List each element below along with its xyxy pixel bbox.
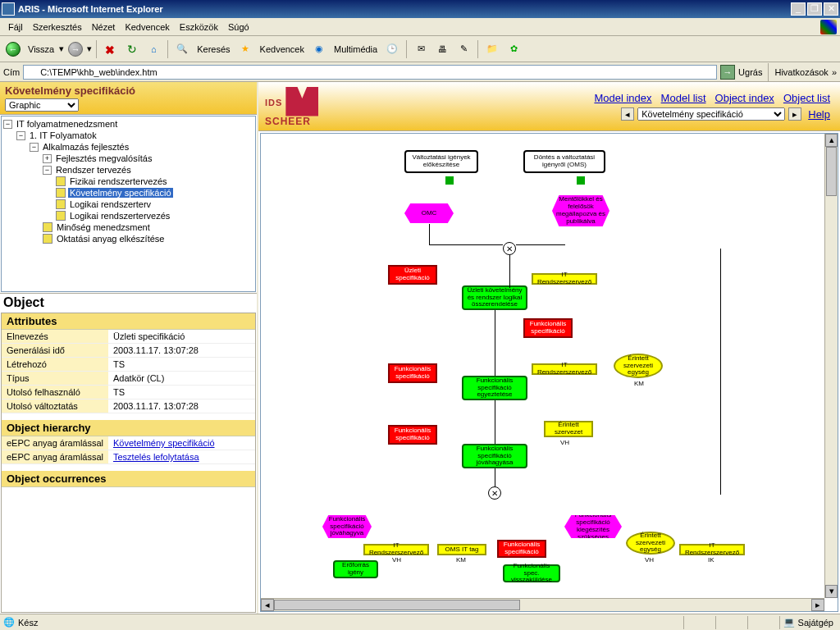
- horizontal-scrollbar[interactable]: ◂ ▸: [261, 598, 824, 611]
- icq-button[interactable]: ✿: [504, 39, 523, 59]
- org-node[interactable]: Érintett szervezeti egység: [614, 354, 663, 378]
- collapse-icon[interactable]: −: [3, 120, 12, 129]
- tree-leaf-selected[interactable]: Követelmény specifikáció: [68, 188, 173, 198]
- function-node[interactable]: Erőforrás igény: [333, 560, 378, 578]
- org-node[interactable]: Érintett szervezeti egység: [626, 532, 675, 555]
- epc-diagram[interactable]: Változtatási igények előkészítése Döntés…: [261, 134, 824, 598]
- tree-leaf[interactable]: Logikai rendszertervezés: [68, 211, 171, 221]
- folder-button[interactable]: 📁: [482, 39, 502, 59]
- scroll-thumb[interactable]: [826, 147, 837, 196]
- close-button[interactable]: ✕: [824, 2, 838, 16]
- model-select[interactable]: Követelmény specifikáció: [637, 107, 785, 121]
- scroll-up-icon[interactable]: ▴: [825, 134, 838, 147]
- search-button[interactable]: 🔍: [172, 39, 192, 59]
- function-node[interactable]: Funkcionális spec. visszaküldése: [503, 564, 560, 582]
- print-button[interactable]: 🖶: [432, 39, 452, 59]
- media-button[interactable]: ◉: [309, 39, 329, 59]
- links-chevron-icon[interactable]: »: [832, 67, 837, 77]
- history-button[interactable]: 🕒: [382, 39, 402, 59]
- scroll-right-icon[interactable]: ▸: [811, 599, 824, 611]
- link-help[interactable]: Help: [808, 108, 830, 121]
- collapse-icon[interactable]: −: [43, 166, 52, 175]
- data-node[interactable]: Üzleti specifikáció: [388, 265, 437, 285]
- mail-button[interactable]: ✉: [411, 39, 431, 59]
- link-model-index[interactable]: Model index: [594, 92, 651, 104]
- link-model-list[interactable]: Model list: [661, 92, 706, 104]
- menu-edit[interactable]: Szerkesztés: [28, 21, 87, 34]
- xor-connector[interactable]: ✕: [488, 486, 501, 500]
- event-node[interactable]: OMC: [404, 203, 454, 223]
- favorites-label[interactable]: Kedvencek: [257, 44, 308, 54]
- event-node[interactable]: Mentőlökkel és felelősök megállapozva és…: [552, 195, 609, 226]
- menu-view[interactable]: Nézet: [87, 21, 121, 34]
- nav-next-button[interactable]: ▸: [788, 107, 801, 121]
- vertical-scrollbar[interactable]: ▴ ▾: [824, 134, 838, 598]
- tree-node[interactable]: Fejlesztés megvalósítás: [54, 153, 153, 163]
- data-node[interactable]: Funkcionális specifikáció: [388, 425, 437, 445]
- stop-button[interactable]: ✖: [101, 39, 121, 59]
- view-select[interactable]: Graphic: [5, 98, 79, 112]
- nav-prev-button[interactable]: ◂: [621, 107, 634, 121]
- tree-leaf[interactable]: Oktatási anyag elkészítése: [55, 234, 166, 244]
- edit-button[interactable]: ✎: [454, 39, 473, 59]
- main-content: Követelmény specifikáció Graphic −IT fol…: [0, 82, 840, 614]
- hier-link[interactable]: Tesztelés lefolytatása: [113, 452, 199, 462]
- data-node[interactable]: Funkcionális specifikáció: [497, 540, 546, 558]
- back-label[interactable]: Vissza: [25, 44, 57, 54]
- home-button[interactable]: ⌂: [144, 39, 163, 59]
- go-label[interactable]: Ugrás: [738, 67, 762, 77]
- scroll-down-icon[interactable]: ▾: [825, 585, 838, 598]
- collapse-icon[interactable]: −: [30, 143, 39, 152]
- menu-favorites[interactable]: Kedvencek: [120, 21, 174, 34]
- forward-dropdown-icon[interactable]: ▾: [87, 43, 92, 54]
- event-node[interactable]: Funkcionális specifikáció kiegészítés sz…: [564, 515, 622, 538]
- tree-node[interactable]: Alkalmazás fejlesztés: [41, 142, 130, 152]
- back-button[interactable]: ←: [3, 39, 23, 59]
- search-label[interactable]: Keresés: [194, 44, 233, 54]
- tree-leaf[interactable]: Minőség menedzsment: [55, 222, 152, 232]
- function-node[interactable]: Funkcionális specifikáció egyeztetése: [462, 376, 527, 400]
- favorites-button[interactable]: ★: [235, 39, 255, 59]
- tree-leaf[interactable]: Fizikai rendszertervezés: [68, 176, 169, 186]
- role-node[interactable]: Érintett szervezet: [544, 421, 593, 437]
- maximize-button[interactable]: ❐: [807, 2, 822, 16]
- forward-button[interactable]: →: [66, 39, 85, 59]
- model-tree[interactable]: −IT folyamatmenedzsment −1. IT Folyamato…: [1, 116, 256, 292]
- logo: IDS SCHEER: [265, 87, 318, 126]
- collapse-icon[interactable]: −: [16, 131, 25, 140]
- role-node[interactable]: IT Rendszerszervező: [532, 363, 597, 375]
- go-button[interactable]: →: [720, 65, 735, 80]
- role-node[interactable]: IT Rendszerszervező: [679, 544, 745, 555]
- scroll-thumb[interactable]: [274, 600, 520, 610]
- process-node[interactable]: Döntés a változtatási igényről (OMS): [523, 150, 605, 173]
- hier-link[interactable]: Követelmény specifikáció: [113, 438, 215, 448]
- expand-icon[interactable]: +: [43, 154, 52, 163]
- object-panel[interactable]: Attributes ElnevezésÜzleti specifikáció …: [1, 313, 256, 613]
- menu-help[interactable]: Súgó: [223, 21, 254, 34]
- menu-file[interactable]: Fájl: [3, 21, 28, 34]
- back-dropdown-icon[interactable]: ▾: [59, 43, 64, 54]
- role-node[interactable]: IT Rendszerszervező: [532, 273, 597, 285]
- refresh-button[interactable]: ↻: [122, 39, 142, 59]
- event-node[interactable]: Funkcionális specifikáció jóváhagyva: [322, 515, 372, 538]
- tree-leaf[interactable]: Logikai rendszerterv: [68, 199, 153, 209]
- minimize-button[interactable]: _: [791, 2, 806, 16]
- scroll-left-icon[interactable]: ◂: [261, 599, 274, 611]
- links-label[interactable]: Hivatkozások: [774, 67, 828, 77]
- function-node[interactable]: Üzleti követelmény és rendszer logikai ö…: [462, 285, 527, 310]
- media-label[interactable]: Multimédia: [331, 44, 381, 54]
- role-node[interactable]: IT Rendszerszervező: [363, 544, 429, 555]
- tree-node[interactable]: 1. IT Folyamatok: [28, 130, 98, 140]
- data-node[interactable]: Funkcionális specifikáció: [388, 363, 437, 383]
- link-object-index[interactable]: Object index: [715, 92, 774, 104]
- tree-root[interactable]: IT folyamatmenedzsment: [15, 119, 119, 129]
- tree-node[interactable]: Rendszer tervezés: [54, 165, 133, 175]
- xor-connector[interactable]: ✕: [503, 242, 516, 255]
- menu-tools[interactable]: Eszközök: [175, 21, 223, 34]
- address-input[interactable]: [23, 65, 717, 80]
- function-node[interactable]: Funkcionális specifikáció jóváhagyása: [462, 444, 527, 468]
- link-object-list[interactable]: Object list: [783, 92, 830, 104]
- data-node[interactable]: Funkcionális specifikáció: [523, 318, 573, 338]
- role-node[interactable]: OMS IT tag: [437, 544, 486, 555]
- process-node[interactable]: Változtatási igények előkészítése: [404, 150, 478, 173]
